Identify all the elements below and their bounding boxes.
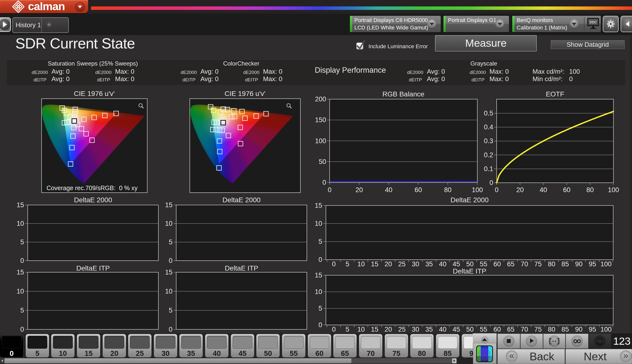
svg-text:5: 5 bbox=[318, 238, 322, 245]
svg-text:85: 85 bbox=[561, 260, 569, 268]
svg-text:5: 5 bbox=[20, 238, 24, 246]
svg-text:15: 15 bbox=[17, 201, 24, 209]
svg-text:5: 5 bbox=[345, 326, 349, 333]
svg-text:0: 0 bbox=[20, 326, 24, 333]
svg-text:0: 0 bbox=[169, 326, 173, 333]
svg-text:50: 50 bbox=[466, 326, 474, 333]
svg-text:5: 5 bbox=[20, 307, 24, 314]
svg-text:15: 15 bbox=[315, 202, 322, 209]
svg-text:0: 0 bbox=[318, 321, 322, 329]
svg-text:80: 80 bbox=[548, 326, 555, 333]
svg-text:DeltaE 2000: DeltaE 2000 bbox=[74, 196, 112, 204]
svg-text:DeltaE ITP: DeltaE ITP bbox=[225, 264, 258, 272]
svg-text:10: 10 bbox=[357, 260, 365, 268]
svg-text:75: 75 bbox=[534, 260, 542, 268]
svg-text:0: 0 bbox=[169, 257, 173, 264]
svg-text:10: 10 bbox=[315, 288, 322, 296]
svg-text:60: 60 bbox=[563, 186, 570, 194]
svg-text:0.5: 0.5 bbox=[484, 110, 493, 117]
svg-text:40: 40 bbox=[439, 326, 446, 333]
svg-text:25: 25 bbox=[398, 326, 406, 333]
svg-text:20: 20 bbox=[385, 326, 392, 333]
svg-text:15: 15 bbox=[165, 268, 173, 276]
svg-text:0: 0 bbox=[322, 179, 326, 186]
svg-text:20: 20 bbox=[355, 186, 363, 194]
svg-text:100: 100 bbox=[315, 137, 326, 145]
svg-text:95: 95 bbox=[589, 260, 596, 268]
svg-text:85: 85 bbox=[561, 326, 569, 333]
svg-text:60: 60 bbox=[493, 260, 501, 268]
svg-text:DeltaE ITP: DeltaE ITP bbox=[453, 267, 486, 275]
svg-text:40: 40 bbox=[439, 260, 446, 268]
svg-text:0: 0 bbox=[328, 186, 331, 194]
svg-text:0.2: 0.2 bbox=[484, 151, 493, 159]
svg-text:100: 100 bbox=[600, 260, 611, 268]
svg-text:90: 90 bbox=[575, 260, 582, 268]
svg-text:100: 100 bbox=[600, 326, 611, 333]
svg-text:50: 50 bbox=[466, 260, 474, 268]
svg-text:10: 10 bbox=[165, 288, 173, 295]
svg-text:80: 80 bbox=[586, 186, 594, 194]
svg-text:60: 60 bbox=[493, 326, 501, 333]
svg-text:60: 60 bbox=[414, 186, 422, 194]
svg-text:20: 20 bbox=[385, 260, 392, 268]
svg-text:15: 15 bbox=[371, 326, 378, 333]
svg-text:15: 15 bbox=[315, 272, 322, 279]
svg-text:5: 5 bbox=[345, 260, 349, 268]
svg-text:45: 45 bbox=[453, 260, 460, 268]
svg-text:DeltaE 2000: DeltaE 2000 bbox=[222, 196, 261, 204]
svg-text:15: 15 bbox=[371, 260, 378, 268]
svg-text:RGB Balance: RGB Balance bbox=[382, 90, 424, 98]
svg-text:30: 30 bbox=[412, 326, 419, 333]
svg-text:90: 90 bbox=[575, 326, 582, 333]
svg-text:40: 40 bbox=[540, 186, 547, 194]
svg-text:10: 10 bbox=[165, 220, 173, 227]
svg-text:80: 80 bbox=[444, 186, 452, 194]
svg-text:35: 35 bbox=[425, 326, 433, 333]
svg-text:DeltaE 2000: DeltaE 2000 bbox=[450, 196, 488, 204]
svg-text:100: 100 bbox=[472, 186, 483, 194]
svg-text:EOTF: EOTF bbox=[546, 90, 564, 98]
svg-text:0: 0 bbox=[489, 179, 493, 186]
svg-text:20: 20 bbox=[516, 186, 524, 194]
svg-text:40: 40 bbox=[385, 186, 392, 194]
svg-text:95: 95 bbox=[589, 326, 596, 333]
svg-text:70: 70 bbox=[521, 260, 528, 268]
svg-text:65: 65 bbox=[507, 326, 514, 333]
svg-text:10: 10 bbox=[17, 288, 24, 295]
svg-text:5: 5 bbox=[318, 305, 322, 312]
svg-text:200: 200 bbox=[315, 96, 326, 103]
svg-text:0: 0 bbox=[332, 326, 336, 333]
svg-text:35: 35 bbox=[425, 260, 433, 268]
svg-text:0.3: 0.3 bbox=[484, 137, 493, 145]
svg-text:100: 100 bbox=[608, 186, 619, 194]
svg-text:0.1: 0.1 bbox=[484, 165, 493, 172]
svg-text:10: 10 bbox=[315, 220, 322, 227]
svg-text:5: 5 bbox=[169, 307, 173, 314]
svg-text:50: 50 bbox=[319, 158, 326, 166]
svg-text:45: 45 bbox=[453, 326, 460, 333]
svg-text:30: 30 bbox=[412, 260, 419, 268]
svg-text:0.4: 0.4 bbox=[484, 124, 493, 131]
svg-text:15: 15 bbox=[165, 201, 173, 209]
svg-text:80: 80 bbox=[548, 260, 555, 268]
svg-text:65: 65 bbox=[507, 260, 514, 268]
svg-text:150: 150 bbox=[315, 116, 326, 124]
svg-text:0: 0 bbox=[332, 260, 336, 268]
svg-text:15: 15 bbox=[17, 268, 24, 276]
svg-text:5: 5 bbox=[169, 238, 173, 246]
svg-text:75: 75 bbox=[534, 326, 542, 333]
svg-text:25: 25 bbox=[398, 260, 406, 268]
svg-text:CIE 1976 u'v': CIE 1976 u'v' bbox=[225, 90, 266, 98]
svg-text:0: 0 bbox=[318, 256, 322, 263]
svg-text:0: 0 bbox=[20, 257, 24, 264]
svg-text:10: 10 bbox=[357, 326, 365, 333]
svg-text:CIE 1976 u'v': CIE 1976 u'v' bbox=[74, 90, 115, 98]
svg-text:55: 55 bbox=[480, 326, 487, 333]
svg-text:0: 0 bbox=[495, 186, 498, 194]
svg-text:10: 10 bbox=[17, 220, 24, 227]
svg-text:70: 70 bbox=[521, 326, 528, 333]
svg-text:Coverage rec.709/sRGB: 0 % xy: Coverage rec.709/sRGB: 0 % xy bbox=[47, 184, 138, 192]
svg-text:DeltaE ITP: DeltaE ITP bbox=[76, 264, 110, 272]
svg-text:55: 55 bbox=[480, 260, 487, 268]
